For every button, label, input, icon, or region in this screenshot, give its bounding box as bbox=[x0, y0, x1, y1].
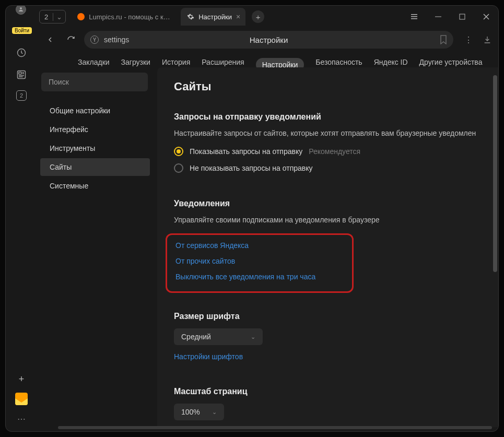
search-input[interactable]: Поиск bbox=[41, 73, 148, 91]
svg-rect-10 bbox=[19, 72, 21, 74]
radio-row-hide[interactable]: Не показывать запросы на отправку bbox=[174, 163, 482, 173]
back-button[interactable] bbox=[42, 32, 58, 48]
new-tab-button[interactable]: + bbox=[252, 10, 264, 23]
tab-active[interactable]: Настройки × bbox=[181, 8, 245, 26]
link-font-settings[interactable]: Настройки шрифтов bbox=[174, 352, 482, 361]
select-value: Средний bbox=[181, 333, 211, 341]
link-other-sites[interactable]: От прочих сайтов bbox=[175, 257, 344, 265]
plus-icon[interactable]: + bbox=[15, 373, 28, 385]
maximize-button[interactable] bbox=[450, 6, 474, 28]
svg-rect-1 bbox=[411, 14, 417, 15]
address-bar[interactable]: Y settings Настройки bbox=[84, 31, 453, 49]
bookmark-icon[interactable] bbox=[440, 35, 447, 44]
clock-icon[interactable] bbox=[15, 46, 28, 59]
scroll-thumb[interactable] bbox=[493, 168, 497, 272]
link-disable-3h[interactable]: Выключить все уведомления на три часа bbox=[175, 273, 344, 281]
close-icon[interactable]: × bbox=[236, 13, 240, 21]
select-value: 100% bbox=[181, 408, 200, 416]
settings-main: Сайты Запросы на отправку уведомлений На… bbox=[157, 67, 498, 427]
sidebar-item[interactable]: Сайты bbox=[40, 158, 150, 176]
url-text: settings bbox=[104, 36, 129, 44]
radio-hint: Рекомендуется bbox=[309, 147, 360, 156]
radio-label: Не показывать запросы на отправку bbox=[190, 164, 313, 172]
link-yandex-services[interactable]: От сервисов Яндекса bbox=[175, 241, 344, 250]
favicon-icon bbox=[77, 13, 85, 20]
minimize-button[interactable] bbox=[426, 6, 450, 28]
page-heading: Сайты bbox=[174, 80, 482, 93]
radio-row-show[interactable]: Показывать запросы на отправку Рекоменду… bbox=[174, 147, 482, 156]
menu-button[interactable] bbox=[402, 6, 426, 28]
sidebar-item[interactable]: Системные bbox=[40, 177, 150, 195]
section-title-notifications: Уведомления bbox=[174, 199, 482, 208]
section-title-notify-req: Запросы на отправку уведомлений bbox=[174, 112, 482, 122]
chevron-down-icon[interactable]: ⌄ bbox=[53, 13, 65, 21]
settings-sidebar: Поиск Общие настройкиИнтерфейсИнструмент… bbox=[37, 67, 157, 427]
tab-count-box[interactable]: 2 bbox=[16, 90, 27, 101]
page-title: Настройки bbox=[250, 36, 288, 44]
sidebar-item[interactable]: Инструменты bbox=[40, 139, 150, 157]
svg-rect-4 bbox=[435, 17, 441, 17]
left-rail: 2 + ⋯ bbox=[6, 42, 37, 431]
more-icon[interactable]: ⋯ bbox=[15, 412, 28, 425]
radio-icon[interactable] bbox=[174, 163, 183, 173]
login-button[interactable]: Войти bbox=[12, 27, 32, 34]
svg-rect-3 bbox=[411, 18, 417, 19]
download-icon[interactable] bbox=[482, 36, 493, 44]
titlebar: Войти 2 ⌄ Lumpics.ru - помощь с ком Наст… bbox=[6, 6, 498, 28]
chevron-down-icon: ⌄ bbox=[212, 409, 217, 416]
highlight-annotation: От сервисов Яндекса От прочих сайтов Вык… bbox=[166, 233, 354, 293]
tab-title: Lumpics.ru - помощь с ком bbox=[89, 13, 170, 21]
radio-icon[interactable] bbox=[174, 147, 183, 156]
yandex-icon: Y bbox=[90, 36, 99, 44]
section-desc: Настраивайте запросы от сайтов, которые … bbox=[174, 129, 482, 137]
radio-label: Показывать запросы на отправку bbox=[190, 147, 302, 156]
section-title-scale: Масштаб страниц bbox=[174, 387, 482, 396]
reload-button[interactable] bbox=[63, 32, 79, 48]
avatar[interactable] bbox=[16, 5, 26, 15]
window-scrollbar[interactable] bbox=[492, 6, 497, 431]
svg-rect-5 bbox=[460, 14, 465, 19]
address-bar-row: Y settings Настройки ⋮ bbox=[6, 28, 498, 52]
horizontal-scrollbar[interactable] bbox=[40, 426, 493, 430]
font-size-select[interactable]: Средний ⌄ bbox=[174, 328, 263, 345]
scroll-thumb[interactable] bbox=[58, 426, 492, 429]
page-scale-select[interactable]: 100% ⌄ bbox=[174, 404, 224, 420]
menu-dots-icon[interactable]: ⋮ bbox=[463, 35, 474, 45]
svg-point-0 bbox=[20, 7, 22, 9]
tab-count: 2 bbox=[40, 13, 53, 21]
mail-icon[interactable] bbox=[15, 393, 28, 405]
svg-rect-2 bbox=[411, 16, 417, 17]
tab-counter[interactable]: 2 ⌄ bbox=[39, 10, 66, 23]
sidebar-item[interactable]: Интерфейс bbox=[40, 121, 150, 138]
tab-title: Настройки bbox=[198, 13, 232, 21]
tab-inactive[interactable]: Lumpics.ru - помощь с ком bbox=[71, 8, 175, 26]
gear-icon bbox=[187, 13, 194, 20]
section-desc: Управляйте своими подписками на уведомле… bbox=[174, 216, 482, 224]
chevron-down-icon: ⌄ bbox=[251, 334, 255, 340]
feed-icon[interactable] bbox=[15, 68, 28, 81]
sidebar-item[interactable]: Общие настройки bbox=[40, 102, 150, 120]
section-title-font: Размер шрифта bbox=[174, 312, 482, 321]
